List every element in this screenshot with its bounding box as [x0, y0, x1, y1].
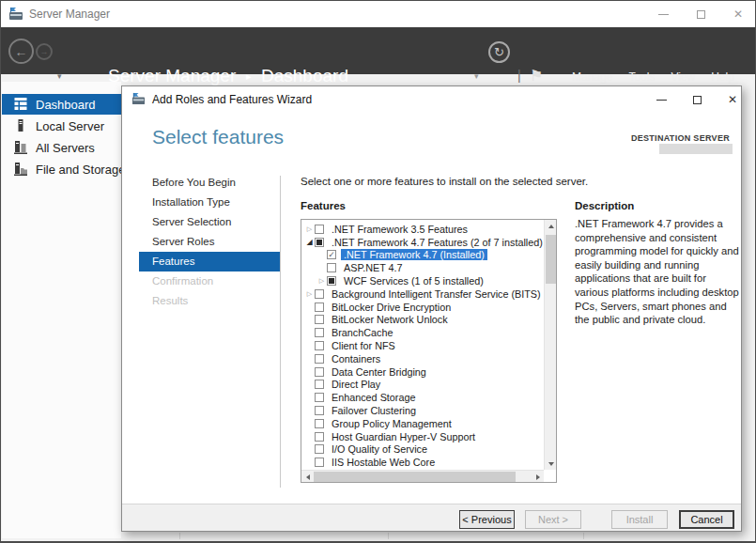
feature-row-bitlocker-network-unlock[interactable]: BitLocker Network Unlock	[302, 314, 543, 327]
feature-label: Failover Clustering	[329, 405, 419, 416]
refresh-icon[interactable]: ↻	[488, 41, 510, 63]
menu-tools[interactable]: Tools	[628, 70, 655, 84]
feature-label: Containers	[329, 353, 383, 365]
previous-button[interactable]: < Previous	[459, 510, 515, 529]
checkbox-unchecked[interactable]	[315, 444, 324, 454]
scroll-down-icon[interactable]	[545, 458, 557, 470]
checkbox-unchecked[interactable]	[315, 328, 324, 337]
collapse-icon[interactable]: ◢	[304, 238, 315, 246]
features-tree: ▷.NET Framework 3.5 Features◢.NET Framew…	[302, 220, 543, 469]
wizard-step-installation-type[interactable]: Installation Type	[139, 193, 280, 212]
feature-row-net-framework-4-7-features-2-of-7-installed[interactable]: ◢.NET Framework 4.7 Features (2 of 7 ins…	[302, 236, 543, 249]
close-icon[interactable]: ✕	[722, 1, 754, 27]
checkbox-unchecked[interactable]	[315, 341, 324, 350]
vertical-scrollbar[interactable]	[544, 220, 556, 470]
sidebar: DashboardLocal ServerAll ServersFile and…	[2, 82, 121, 538]
wizard-step-features[interactable]: Features	[139, 252, 280, 272]
checkbox-unchecked[interactable]	[315, 458, 324, 467]
checkbox-unchecked[interactable]	[315, 289, 324, 299]
checkbox-unchecked[interactable]	[315, 225, 324, 234]
sidebar-item-file-and-storage-s[interactable]: File and Storage S	[2, 159, 122, 179]
feature-label: Client for NFS	[329, 340, 398, 351]
feature-row-background-intelligent-transfer-service-bits[interactable]: ▷Background Intelligent Transfer Service…	[302, 287, 543, 301]
maximize-icon[interactable]	[685, 1, 717, 27]
minimize-icon[interactable]	[647, 1, 679, 27]
menu-bar: ManageToolsViewHelp	[572, 70, 734, 84]
feature-row-data-center-bridging[interactable]: Data Center Bridging	[302, 365, 543, 379]
sidebar-item-dashboard[interactable]: Dashboard	[2, 94, 122, 115]
wizard-step-confirmation: Confirmation	[139, 272, 280, 291]
feature-row-iis-hostable-web-core[interactable]: IIS Hostable Web Core	[302, 456, 543, 469]
menu-view[interactable]: View	[671, 70, 695, 84]
main-titlebar: Server Manager ✕	[1, 1, 755, 27]
notifications-flag-icon[interactable]: ⚑	[530, 67, 543, 85]
feature-label: IIS Hostable Web Core	[329, 457, 438, 468]
wizard-step-before-you-begin[interactable]: Before You Begin	[139, 173, 280, 193]
feature-row-containers[interactable]: Containers	[302, 352, 543, 365]
feature-row-asp-net-4-7[interactable]: ASP.NET 4.7	[302, 261, 543, 274]
dialog-close-icon[interactable]: ✕	[717, 86, 748, 113]
menu-help[interactable]: Help	[711, 70, 734, 84]
vertical-scroll-thumb[interactable]	[546, 235, 556, 284]
checkbox-checked[interactable]: ✓	[327, 250, 336, 259]
steps-divider	[280, 176, 281, 488]
dialog-maximize-icon[interactable]	[681, 86, 713, 113]
destination-server-value	[659, 144, 733, 154]
feature-row-failover-clustering[interactable]: Failover Clustering	[302, 404, 543, 417]
tile-divider	[388, 533, 389, 539]
sidebar-item-all-servers[interactable]: All Servers	[2, 137, 122, 158]
checkbox-indeterminate[interactable]	[315, 238, 324, 247]
feature-row-bitlocker-drive-encryption[interactable]: BitLocker Drive Encryption	[302, 301, 543, 314]
feature-label: WCF Services (1 of 5 installed)	[341, 275, 486, 287]
feature-label: Enhanced Storage	[329, 392, 418, 403]
cancel-button[interactable]: Cancel	[679, 510, 734, 529]
next-button[interactable]: Next >	[525, 510, 581, 529]
scroll-left-icon[interactable]	[301, 471, 314, 483]
wizard-step-server-selection[interactable]: Server Selection	[139, 212, 280, 232]
breadcrumb-separator-icon: ▸	[246, 70, 252, 83]
checkbox-unchecked[interactable]	[315, 315, 324, 324]
feature-row-group-policy-management[interactable]: Group Policy Management	[302, 417, 543, 430]
feature-row-wcf-services-1-of-5-installed[interactable]: ▷WCF Services (1 of 5 installed)	[302, 274, 543, 287]
feature-row-net-framework-4-7-installed[interactable]: ✓.NET Framework 4.7 (Installed)	[302, 249, 543, 262]
horizontal-scroll-thumb[interactable]	[314, 472, 516, 482]
feature-row-net-framework-3-5-features[interactable]: ▷.NET Framework 3.5 Features	[302, 223, 543, 236]
horizontal-scrollbar[interactable]	[301, 470, 544, 482]
scroll-right-icon[interactable]	[532, 471, 544, 483]
feature-row-host-guardian-hyper-v-support[interactable]: Host Guardian Hyper-V Support	[302, 430, 543, 443]
scroll-up-icon[interactable]	[545, 220, 557, 232]
checkbox-unchecked[interactable]	[315, 367, 324, 377]
storage-icon	[14, 163, 27, 176]
nav-history-caret-icon[interactable]: ▾	[57, 71, 62, 81]
checkbox-unchecked[interactable]	[315, 303, 324, 312]
checkbox-unchecked[interactable]	[315, 419, 324, 428]
back-icon[interactable]: ←	[8, 39, 34, 64]
refresh-caret-icon[interactable]: ▾	[474, 71, 479, 81]
checkbox-indeterminate[interactable]	[327, 276, 336, 286]
feature-label: BranchCache	[329, 327, 395, 338]
checkbox-unchecked[interactable]	[315, 380, 324, 389]
checkbox-unchecked[interactable]	[315, 432, 324, 442]
expand-icon[interactable]: ▷	[304, 225, 315, 233]
install-button[interactable]: Install	[611, 510, 668, 529]
feature-row-direct-play[interactable]: Direct Play	[302, 379, 543, 392]
feature-row-client-for-nfs[interactable]: Client for NFS	[302, 339, 543, 352]
sidebar-item-local-server[interactable]: Local Server	[2, 116, 122, 136]
checkbox-unchecked[interactable]	[315, 393, 324, 402]
dialog-minimize-icon[interactable]	[645, 86, 677, 113]
feature-row-i-o-quality-of-service[interactable]: I/O Quality of Service	[302, 443, 543, 457]
wizard-step-server-roles[interactable]: Server Roles	[139, 232, 280, 252]
feature-row-enhanced-storage[interactable]: Enhanced Storage	[302, 391, 543, 404]
forward-icon[interactable]: →	[36, 43, 53, 60]
feature-label: .NET Framework 4.7 Features (2 of 7 inst…	[329, 237, 543, 248]
expand-icon[interactable]: ▷	[304, 290, 315, 298]
checkbox-unchecked[interactable]	[327, 263, 336, 272]
checkbox-unchecked[interactable]	[315, 354, 324, 364]
feature-row-branchcache[interactable]: BranchCache	[302, 326, 543, 339]
expand-icon[interactable]: ▷	[316, 277, 327, 285]
breadcrumb-current: Dashboard	[261, 66, 348, 86]
menu-manage[interactable]: Manage	[572, 70, 612, 84]
checkbox-unchecked[interactable]	[315, 406, 324, 415]
feature-label: Data Center Bridging	[329, 366, 429, 378]
breadcrumb-root[interactable]: Server Manager	[108, 66, 236, 86]
